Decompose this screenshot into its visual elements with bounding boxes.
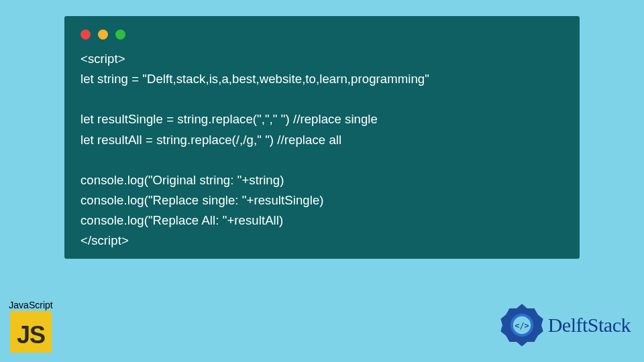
delftstack-logo: </> DelftStack xyxy=(500,303,631,347)
minimize-icon xyxy=(98,29,108,40)
svg-text:</>: </> xyxy=(515,321,529,330)
javascript-label: JavaScript xyxy=(5,300,57,310)
close-icon xyxy=(80,29,91,40)
maximize-icon xyxy=(115,29,125,40)
delftstack-text: DelftStack xyxy=(548,314,631,337)
javascript-logo-text: JS xyxy=(17,321,45,349)
code-panel: <script> let string = "Delft,stack,is,a,… xyxy=(64,16,580,259)
code-block: <script> let string = "Delft,stack,is,a,… xyxy=(80,49,564,251)
window-traffic-lights xyxy=(80,29,564,40)
javascript-logo-icon: JS xyxy=(10,311,52,353)
delftstack-gear-icon: </> xyxy=(500,303,544,347)
javascript-badge: JavaScript JS xyxy=(5,300,57,353)
